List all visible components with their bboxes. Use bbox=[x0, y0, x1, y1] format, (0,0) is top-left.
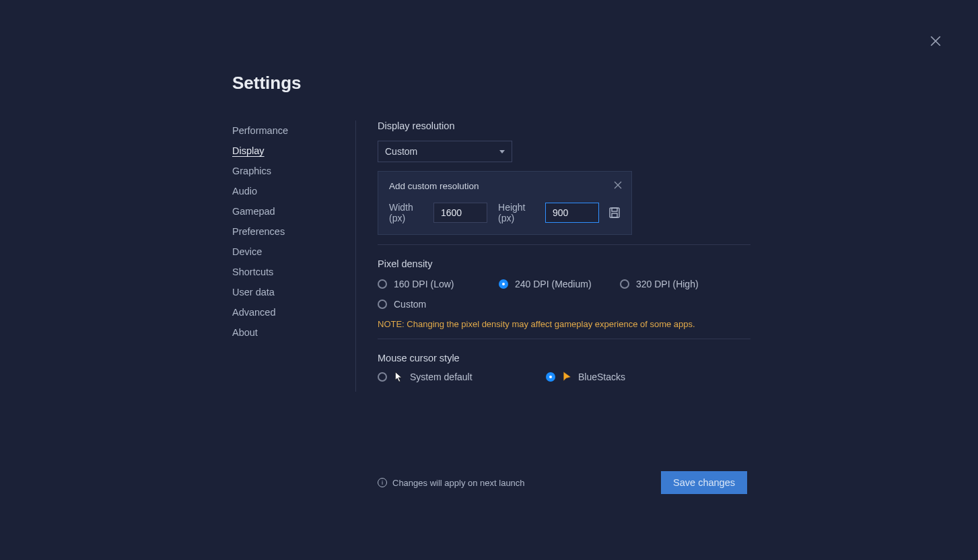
system-cursor-icon bbox=[394, 372, 403, 382]
close-icon[interactable] bbox=[930, 35, 942, 47]
resolution-select-value: Custom bbox=[385, 146, 417, 157]
height-input[interactable] bbox=[545, 203, 599, 223]
radio-icon bbox=[378, 372, 387, 382]
cursor-option-label: BlueStacks bbox=[578, 372, 625, 382]
sidebar-item-display[interactable]: Display bbox=[232, 141, 349, 161]
custom-resolution-title: Add custom resolution bbox=[389, 181, 621, 191]
dpi-option-custom[interactable]: Custom bbox=[378, 299, 499, 310]
cursor-option-bluestacks[interactable]: BlueStacks bbox=[546, 372, 714, 382]
pixel-density-note: NOTE: Changing the pixel density may aff… bbox=[378, 319, 750, 329]
settings-sidebar: Performance Display Graphics Audio Gamep… bbox=[232, 120, 356, 392]
cursor-option-label: System default bbox=[410, 372, 473, 382]
resolution-select[interactable]: Custom bbox=[378, 141, 512, 162]
width-label: Width (px) bbox=[389, 202, 425, 223]
custom-resolution-panel: Add custom resolution Width (px) Height … bbox=[378, 171, 632, 235]
page-title: Settings bbox=[232, 73, 750, 94]
sidebar-item-performance[interactable]: Performance bbox=[232, 120, 349, 141]
sidebar-item-shortcuts[interactable]: Shortcuts bbox=[232, 262, 349, 282]
svg-rect-5 bbox=[612, 208, 617, 211]
dpi-option-label: Custom bbox=[394, 299, 426, 310]
chevron-down-icon bbox=[499, 150, 505, 153]
sidebar-item-user-data[interactable]: User data bbox=[232, 282, 349, 302]
footer-note-text: Changes will apply on next launch bbox=[392, 478, 525, 488]
dpi-option-160[interactable]: 160 DPI (Low) bbox=[378, 279, 499, 289]
dpi-option-240[interactable]: 240 DPI (Medium) bbox=[499, 279, 620, 289]
radio-icon bbox=[499, 279, 508, 289]
sidebar-item-graphics[interactable]: Graphics bbox=[232, 161, 349, 181]
save-changes-button[interactable]: Save changes bbox=[661, 471, 747, 494]
info-icon: i bbox=[378, 478, 387, 487]
bluestacks-cursor-icon bbox=[562, 372, 571, 382]
svg-rect-6 bbox=[612, 213, 617, 217]
radio-icon bbox=[620, 279, 629, 289]
dpi-option-label: 160 DPI (Low) bbox=[394, 279, 454, 289]
sidebar-item-preferences[interactable]: Preferences bbox=[232, 221, 349, 242]
display-resolution-label: Display resolution bbox=[378, 120, 750, 131]
dpi-option-label: 320 DPI (High) bbox=[636, 279, 699, 289]
sidebar-item-device[interactable]: Device bbox=[232, 242, 349, 262]
sidebar-item-audio[interactable]: Audio bbox=[232, 181, 349, 201]
sidebar-item-advanced[interactable]: Advanced bbox=[232, 302, 349, 322]
dpi-option-320[interactable]: 320 DPI (High) bbox=[620, 279, 741, 289]
save-resolution-icon[interactable] bbox=[608, 207, 621, 219]
sidebar-item-about[interactable]: About bbox=[232, 322, 349, 343]
radio-icon bbox=[378, 300, 387, 309]
cursor-option-system[interactable]: System default bbox=[378, 372, 546, 382]
mouse-cursor-label: Mouse cursor style bbox=[378, 353, 750, 363]
pixel-density-label: Pixel density bbox=[378, 258, 750, 269]
radio-icon bbox=[546, 372, 555, 382]
radio-icon bbox=[378, 279, 387, 289]
close-custom-panel-icon[interactable] bbox=[614, 180, 622, 188]
dpi-option-label: 240 DPI (Medium) bbox=[515, 279, 592, 289]
width-input[interactable] bbox=[433, 203, 487, 223]
footer-note: i Changes will apply on next launch bbox=[378, 478, 525, 488]
svg-rect-4 bbox=[610, 208, 619, 217]
height-label: Height (px) bbox=[498, 202, 537, 223]
sidebar-item-gamepad[interactable]: Gamepad bbox=[232, 201, 349, 221]
